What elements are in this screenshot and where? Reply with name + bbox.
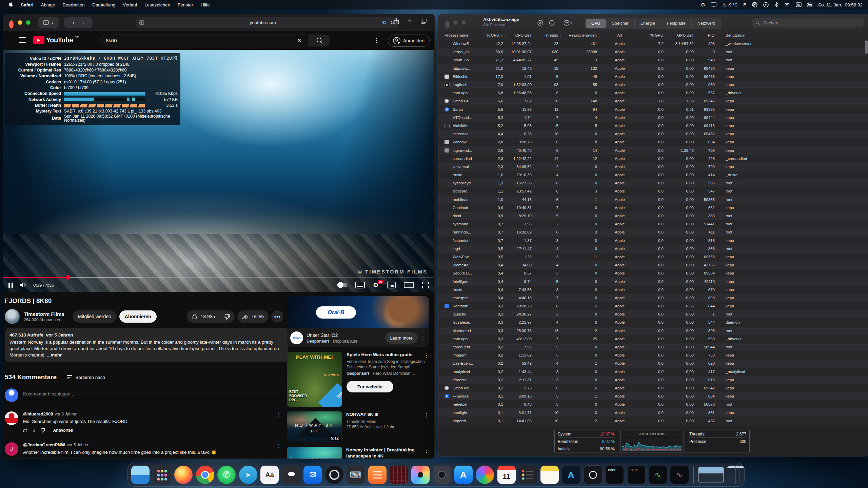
signin-button[interactable]: Anmelden <box>388 35 430 47</box>
process-row[interactable]: spotlight...0,13:01,71100Apple0,00,00851… <box>438 408 868 416</box>
comment-like-icon[interactable] <box>23 428 28 433</box>
process-row[interactable]: sysmond0,73,9620Apple0,00,0051441root <box>438 220 868 228</box>
process-row[interactable]: trustd1,629:16,3940Apple0,00,00414_trust… <box>438 171 868 179</box>
menu-item-app[interactable]: Safari <box>17 2 37 7</box>
ad-card-oralb[interactable]: Oral-B Oral-B Unser Star iO2 Gesponsert … <box>287 296 429 347</box>
column-header[interactable]: GPU-Zeit <box>666 33 696 38</box>
f-secure-icon[interactable]: F <box>743 2 746 8</box>
exec-terminal-icon[interactable]: exec <box>606 466 624 484</box>
grid-app-icon[interactable] <box>390 466 408 484</box>
process-row[interactable]: Kontrollz...0,320:28,2585Apple0,00,36644… <box>438 302 868 310</box>
dislike-icon[interactable] <box>223 313 230 320</box>
column-header[interactable]: Reaktivierungen <box>561 33 599 38</box>
reader-icon[interactable] <box>139 20 144 25</box>
notes-icon[interactable] <box>540 466 559 484</box>
process-row[interactable]: BiomeAg...0,434,0840Apple0,00,0042735kep… <box>438 261 868 269</box>
apple-menu-icon[interactable] <box>5 2 17 8</box>
process-row[interactable]: Intelligen...0,49,7450Apple0,00,0051110k… <box>438 277 868 285</box>
more-options-button[interactable]: ∨ <box>561 19 575 27</box>
process-row[interactable]: imagent0,21:13,0250Apple0,00,00758kepu <box>438 351 868 359</box>
reply-button[interactable]: Antworten <box>53 428 73 433</box>
comment-dislike-icon[interactable] <box>40 428 45 433</box>
weather-status[interactable]: ⚠-9 °C <box>722 2 737 7</box>
audio-mixer-icon[interactable] <box>368 466 387 484</box>
process-row[interactable]: Safari Ne...0,23,7366Apple0,00,0069342ke… <box>438 384 868 392</box>
process-row[interactable]: mobileas...1,044,1561Apple0,00,0050858ro… <box>438 196 868 204</box>
suggested-title[interactable]: Norway in winter | Breathtaking landscap… <box>346 447 429 459</box>
wifi-icon[interactable] <box>784 2 790 8</box>
mail-icon[interactable]: ✉ <box>303 466 322 484</box>
video-kebab-icon[interactable]: ⋮ <box>424 448 429 454</box>
pause-button[interactable] <box>8 283 13 288</box>
keyboard-icon[interactable]: ⌨ <box>347 466 365 484</box>
process-row[interactable]: com.appl...0,343:12,08725Apple0,00,00553… <box>438 335 868 343</box>
more-actions-button[interactable]: ••• <box>271 310 283 323</box>
menu-bar-clock[interactable]: So. 11. Jan. 09:58:32 <box>818 2 863 7</box>
process-row[interactable]: logd0,517:11,4740Apple0,00,00333root <box>438 245 868 253</box>
channel-avatar[interactable] <box>5 309 20 324</box>
tab-overview-icon[interactable] <box>421 19 427 24</box>
tab-speicher[interactable]: Speicher <box>606 19 634 28</box>
finder-icon[interactable] <box>131 466 150 484</box>
search-input[interactable] <box>763 20 861 26</box>
inspect-process-button[interactable] <box>548 19 556 27</box>
process-row[interactable]: corespotl...0,44:46,1870Apple0,00,00690k… <box>438 294 868 302</box>
fullscreen-button[interactable] <box>422 282 429 288</box>
tab-cpu[interactable]: CPU <box>586 19 606 28</box>
back-button[interactable]: ‹ <box>73 19 75 26</box>
video-thumbnail[interactable]: NORWAY 8K III 5:12 <box>287 411 342 443</box>
close-window-button[interactable] <box>445 20 450 28</box>
share-button[interactable]: Teilen <box>237 310 269 323</box>
input-source-icon[interactable] <box>796 2 802 8</box>
process-row[interactable]: Secure B...0,40,3730Apple0,00,0069364kep… <box>438 269 868 277</box>
process-row[interactable]: com.appl...6,81:56:48,5360Apple0,00,0055… <box>438 89 868 97</box>
process-row[interactable]: Web-Erw...0,51,26311Apple0,00,0069353kep… <box>438 253 868 261</box>
column-header[interactable]: % GPU <box>640 33 666 38</box>
clear-search-icon[interactable]: ✕ <box>295 37 304 44</box>
hamburger-menu-icon[interactable] <box>19 37 26 43</box>
theater-mode-button[interactable] <box>404 282 414 288</box>
menu-item[interactable]: Darstellung <box>88 2 119 7</box>
close-window-button[interactable] <box>9 20 14 28</box>
screenshot-preview[interactable] <box>698 467 724 483</box>
suggested-video[interactable]: NORWAY 8K III 5:12 NORWAY 8K III Timesto… <box>287 411 429 443</box>
zoom-window-button[interactable] <box>461 20 466 25</box>
menu-item[interactable]: Ablage <box>37 2 59 7</box>
settings-button[interactable]: ⚙8K <box>373 282 379 288</box>
process-row[interactable]: syspolicyd1,315:27,3660Apple0,00,00505ro… <box>438 179 868 187</box>
subscribe-button[interactable]: Abonnieren <box>119 310 157 323</box>
process-row[interactable]: fscsafese...0,32:21,9740Apple0,00,00544d… <box>438 318 868 326</box>
process-row[interactable]: coreaudiod2,31:22:42,221412Apple0,00,004… <box>438 155 868 163</box>
search-button[interactable] <box>309 35 330 46</box>
youtube-logo[interactable]: ▶ YouTube DE <box>33 36 79 44</box>
airplay-rings-icon[interactable] <box>752 2 757 8</box>
kebab-menu-icon[interactable]: ⋮ <box>374 37 376 44</box>
process-row[interactable]: bluetoothd0,325:30,76132Apple0,00,00398r… <box>438 327 868 335</box>
bluetooth-icon[interactable] <box>774 2 778 8</box>
process-row[interactable]: runningb...0,716:32,0963Apple0,00,00411r… <box>438 228 868 236</box>
process-row[interactable]: UserEven...0,259,4941Apple0,00,00620kepu <box>438 359 868 367</box>
like-icon[interactable] <box>192 313 198 320</box>
channel-name[interactable]: Timestorm Films <box>24 311 64 317</box>
comment-kebab-icon[interactable]: ⋮ <box>276 412 281 418</box>
davinci-resolve-icon[interactable] <box>411 466 430 484</box>
blue-a-app-icon[interactable]: A <box>562 466 580 484</box>
column-header[interactable]: Benutzer:in <box>723 33 753 38</box>
menu-item[interactable]: Lesezeichen <box>141 2 174 7</box>
comment-author[interactable]: @bluered2908 <box>23 411 53 416</box>
tab-netzwerk[interactable]: Netzwerk <box>691 19 721 28</box>
stats-close-button[interactable]: [X] <box>173 56 177 60</box>
app-store-icon[interactable]: A <box>454 466 473 484</box>
logitech-g-icon[interactable]: G <box>701 2 705 8</box>
video-thumbnail[interactable]: NORWAYIN WINTER <box>287 447 342 459</box>
menu-item[interactable]: Bearbeiten <box>59 2 88 7</box>
column-header[interactable]: Threads <box>534 33 561 38</box>
learn-more-button[interactable]: Learn more <box>385 332 418 344</box>
url-field[interactable]: youtube.com ↻ <box>136 17 398 28</box>
suggested-title[interactable]: NORWAY 8K III <box>346 411 429 418</box>
menu-item[interactable]: Fenster <box>174 2 197 7</box>
process-row[interactable]: kernel_ta...30,910:01:30,0763025008Apple… <box>438 48 868 56</box>
calendar-icon[interactable]: 11 <box>497 466 516 484</box>
commenter-avatar[interactable] <box>5 411 18 425</box>
subtitles-button[interactable] <box>355 282 365 288</box>
